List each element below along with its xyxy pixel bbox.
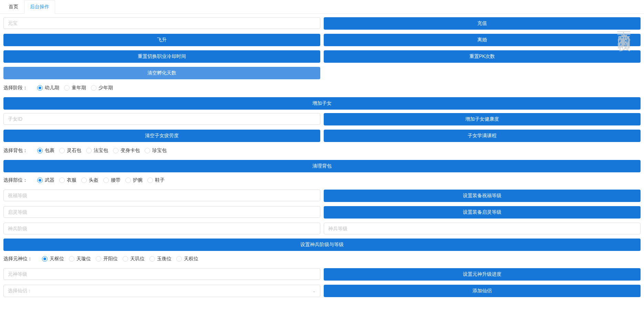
add-child-button[interactable]: 增加子女 — [3, 97, 641, 110]
spirit-radio-3[interactable]: 天玑位 — [123, 256, 145, 262]
divorce-button[interactable]: 离婚 — [324, 34, 641, 46]
bag-radio-0[interactable]: 包裹 — [37, 148, 54, 154]
child-full-lesson-button[interactable]: 子女学满课程 — [324, 130, 641, 142]
clear-incubation-button[interactable]: 清空孵化天数 — [3, 67, 320, 79]
stage-radio-row: 选择阶段： 幼儿期 童年期 少年期 — [3, 83, 641, 92]
reset-job-cooldown-button[interactable]: 重置切换职业冷却时间 — [3, 50, 320, 63]
spirit-level-input[interactable] — [3, 268, 320, 280]
radio-icon — [96, 256, 101, 262]
part-radio-row: 选择部位： 武器 衣服 头盔 腰带 护腕 鞋子 — [3, 176, 641, 185]
part-radio-4[interactable]: 护腕 — [125, 177, 143, 183]
clear-child-fatigue-button[interactable]: 清空子女疲劳度 — [3, 130, 320, 142]
bag-radio-1[interactable]: 灵石包 — [59, 148, 81, 154]
add-partner-button[interactable]: 添加仙侣 — [324, 285, 641, 297]
set-spirit-progress-button[interactable]: 设置元神升级进度 — [324, 268, 641, 281]
radio-icon — [64, 85, 70, 91]
radio-icon — [125, 178, 131, 183]
ascend-button[interactable]: 飞升 — [3, 34, 320, 46]
radio-icon — [149, 256, 155, 262]
stage-radio-2[interactable]: 少年期 — [91, 85, 113, 91]
main-content: 充值 飞升 离婚 重置切换职业冷却时间 重置PK次数 清空孵化天数 选择阶段： … — [0, 14, 644, 305]
stage-radio-0[interactable]: 幼儿期 — [37, 85, 59, 91]
part-label: 选择部位： — [3, 177, 28, 183]
radio-icon — [37, 178, 43, 183]
part-radio-3[interactable]: 腰带 — [103, 177, 121, 183]
spirit-radio-row: 选择元神位： 天枢位 天璇位 开阳位 天玑位 玉衡位 天权位 — [3, 254, 641, 263]
part-radio-5[interactable]: 鞋子 — [147, 177, 165, 183]
clear-bag-button[interactable]: 清理背包 — [3, 160, 641, 172]
add-child-health-button[interactable]: 增加子女健康度 — [324, 113, 641, 125]
radio-icon — [103, 178, 109, 183]
chevron-down-icon: ⌄ — [312, 288, 316, 293]
spirit-radio-4[interactable]: 玉衡位 — [149, 256, 172, 262]
bag-radio-4[interactable]: 珍宝包 — [145, 148, 167, 154]
select-placeholder: 选择仙侣： — [8, 288, 32, 294]
weapon-rank-input[interactable] — [3, 223, 320, 234]
radio-icon — [176, 256, 182, 262]
reset-pk-button[interactable]: 重置PK次数 — [324, 50, 641, 63]
bag-radio-3[interactable]: 变身卡包 — [113, 148, 140, 154]
child-id-input[interactable] — [3, 113, 320, 125]
radio-icon — [81, 178, 87, 183]
set-weapon-rank-button[interactable]: 设置神兵阶级与等级 — [3, 239, 641, 251]
yuanbao-input[interactable] — [3, 17, 320, 29]
bag-label: 选择背包： — [3, 148, 28, 154]
spirit-radio-2[interactable]: 开阳位 — [96, 256, 118, 262]
radio-icon — [147, 178, 153, 183]
set-bless-level-button[interactable]: 设置装备祝福等级 — [324, 190, 641, 202]
radio-icon — [69, 256, 74, 262]
select-partner-dropdown[interactable]: 选择仙侣： ⌄ — [3, 285, 320, 297]
radio-icon — [37, 148, 43, 153]
bless-level-input[interactable] — [3, 190, 320, 201]
radio-icon — [145, 148, 150, 153]
radio-icon — [59, 178, 65, 183]
recharge-button[interactable]: 充值 — [324, 17, 641, 30]
radio-icon — [86, 148, 92, 153]
spirit-label: 选择元神位： — [3, 256, 32, 262]
tab-bar: 首页 后台操作 — [0, 0, 644, 14]
part-radio-2[interactable]: 头盔 — [81, 177, 98, 183]
stage-label: 选择阶段： — [3, 85, 28, 91]
bag-radio-row: 选择背包： 包裹 灵石包 法宝包 变身卡包 珍宝包 — [3, 146, 641, 155]
spirit-radio-5[interactable]: 天权位 — [176, 256, 198, 262]
radio-icon — [123, 256, 128, 262]
spirit-radio-1[interactable]: 天璇位 — [69, 256, 91, 262]
enlighten-level-input[interactable] — [3, 206, 320, 218]
stage-radio-1[interactable]: 童年期 — [64, 85, 86, 91]
radio-icon — [37, 85, 43, 91]
tab-home[interactable]: 首页 — [3, 0, 24, 13]
bag-radio-2[interactable]: 法宝包 — [86, 148, 108, 154]
weapon-level-input[interactable] — [324, 223, 641, 234]
radio-icon — [59, 148, 65, 153]
part-radio-1[interactable]: 衣服 — [59, 177, 76, 183]
radio-icon — [42, 256, 48, 262]
set-enlighten-level-button[interactable]: 设置装备启灵等级 — [324, 206, 641, 219]
spirit-radio-0[interactable]: 天枢位 — [42, 256, 64, 262]
radio-icon — [113, 148, 118, 153]
part-radio-0[interactable]: 武器 — [37, 177, 54, 183]
radio-icon — [91, 85, 96, 91]
tab-backend[interactable]: 后台操作 — [24, 0, 55, 14]
